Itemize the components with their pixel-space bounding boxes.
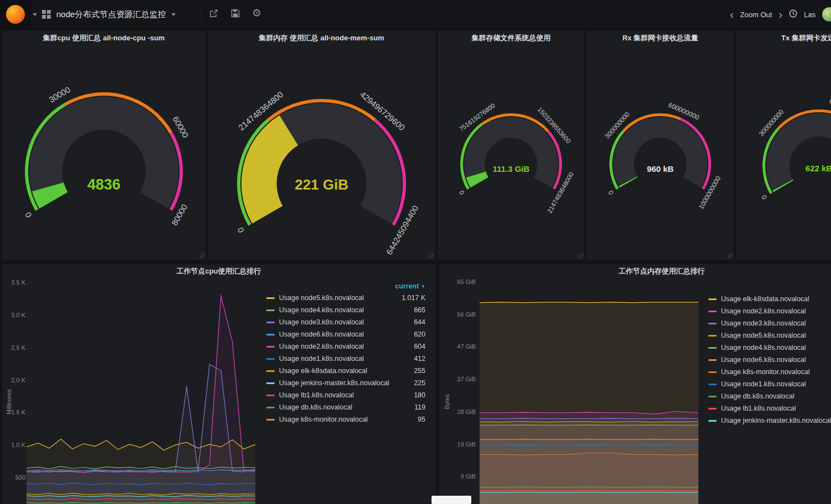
legend-item[interactable]: Usage jenkins-master.k8s.novalocal [708, 414, 831, 427]
legend-item[interactable]: Usage lb1.k8s.novalocal180 [266, 389, 425, 401]
y-axis-tick-label: 2.5 K [2, 344, 25, 351]
legend-series-name: Usage elk-k8sdata.novalocal [721, 295, 809, 303]
legend-series-name: Usage k8s-monitor.novalocal [721, 368, 810, 376]
y-axis-title: Bytes [444, 369, 450, 435]
legend-color-dash [266, 322, 275, 323]
legend-item[interactable]: Usage elk-k8sdata.novalocal255 [266, 365, 425, 377]
panel-resize-handle[interactable] [199, 253, 204, 259]
legend-item[interactable]: Usage node1.k8s.novalocal412 [266, 353, 425, 365]
legend-item[interactable]: Usage lb1.k8s.novalocal [708, 402, 831, 414]
chevron-right-icon[interactable]: › [779, 9, 782, 19]
panel-title[interactable]: 集群cpu 使用汇总 all-node-cpu -sum [2, 31, 206, 45]
legend-item[interactable]: Usage node5.k8s.novalocal1.017 K [266, 292, 425, 304]
gauge-value: 111.3 GiB [493, 164, 530, 174]
cpu-chart-canvas[interactable] [27, 279, 255, 504]
time-range-label[interactable]: Las [804, 11, 816, 19]
legend-item[interactable]: Usage node6.k8s.novalocal [708, 354, 831, 366]
panel-tx-gauge: Tx 集群网卡发送总流量 030000000060000000010000000… [736, 31, 831, 260]
legend-series-name: Usage node3.k8s.novalocal [721, 319, 806, 327]
legend-color-dash [708, 323, 717, 324]
legend-series-name: Usage node3.k8s.novalocal [279, 318, 364, 326]
grafana-logo[interactable] [6, 5, 25, 24]
panel-resize-handle[interactable] [578, 253, 583, 259]
legend-color-dash [266, 346, 275, 348]
y-axis-tick-label: 56 GiB [450, 311, 476, 318]
legend-color-dash [708, 384, 717, 385]
legend-item[interactable]: Usage node3.k8s.novalocal644 [266, 316, 425, 328]
legend-item[interactable]: Usage db.k8s.novalocal119 [266, 401, 425, 413]
legend-current-value: 95 [413, 416, 425, 423]
legend-color-dash [266, 297, 275, 299]
zoom-out-button[interactable]: Zoom Out [740, 11, 772, 19]
legend-item[interactable]: Usage node4.k8s.novalocal [708, 342, 831, 354]
panel-rx-gauge: Rx 集群网卡接收总流量 030000000060000000010000000… [587, 31, 734, 260]
legend-color-dash [266, 395, 275, 396]
chevron-left-icon[interactable]: ‹ [730, 9, 734, 19]
legend-series-name: Usage db.k8s.novalocal [721, 392, 795, 400]
legend-item[interactable]: Usage elk-k8sdata.novalocal [708, 293, 831, 305]
legend-item[interactable]: Usage k8s-monitor.novalocal95 [266, 413, 425, 426]
dashboard-picker[interactable]: node分布式节点资源汇总监控 [42, 0, 176, 29]
gauge-value: 622 kB [806, 164, 831, 173]
legend-item[interactable]: Usage node4.k8s.novalocal665 [266, 304, 425, 316]
legend-item[interactable]: Usage node5.k8s.novalocal [708, 329, 831, 342]
legend-item[interactable]: Usage node1.k8s.novalocal [708, 378, 831, 390]
storage-gauge: 0751619276800150323855360021474836480001… [438, 31, 585, 260]
legend-item[interactable]: Usage jenkins-master.k8s.novalocal225 [266, 377, 425, 389]
legend-current-value: 180 [409, 391, 425, 399]
dashboard-grid-icon [42, 10, 51, 19]
clock-icon[interactable] [789, 9, 797, 20]
legend-series-name: Usage jenkins-master.k8s.novalocal [721, 417, 831, 424]
legend-series-name: Usage db.k8s.novalocal [279, 403, 353, 411]
legend-color-dash [266, 309, 275, 311]
legend-current-value: 665 [409, 306, 425, 314]
panel-title[interactable]: 集群内存 使用汇总 all-node-mem-sum [208, 31, 435, 45]
legend-color-dash [266, 382, 275, 384]
legend-color-dash [708, 359, 717, 361]
panel-title[interactable]: Rx 集群网卡接收总流量 [587, 31, 734, 45]
legend-color-dash [266, 419, 275, 421]
legend-color-dash [708, 408, 717, 410]
panel-title[interactable]: Tx 集群网卡发送总流量 [736, 31, 831, 45]
legend-color-dash [266, 370, 275, 372]
panel-title[interactable]: 工作节点cpu使用汇总排行 [2, 264, 435, 279]
legend-item[interactable]: Usage node6.k8s.novalocal620 [266, 328, 425, 340]
legend-series-name: Usage node4.k8s.novalocal [279, 306, 364, 314]
legend-current-value: 1.017 K [397, 294, 425, 302]
legend-current-value: 412 [409, 355, 425, 363]
panel-cluster-storage-gauge: 集群存储文件系统总使用 0751619276800150323855360021… [438, 31, 585, 260]
dashboard-caret-icon [171, 13, 176, 16]
panel-resize-handle[interactable] [727, 253, 733, 259]
legend-current-value: 225 [409, 379, 425, 387]
mem-legend: Usage elk-k8sdata.novalocalUsage node2.k… [708, 293, 831, 427]
legend-color-dash [266, 334, 275, 335]
legend-sort-header[interactable]: current ▼ [266, 281, 425, 292]
legend-item[interactable]: Usage k8s-monitor.novalocal [708, 366, 831, 378]
legend-color-dash [708, 371, 717, 373]
panel-resize-handle[interactable] [429, 253, 434, 259]
legend-series-name: Usage node2.k8s.novalocal [721, 307, 806, 315]
panel-cluster-cpu-gauge: 集群cpu 使用汇总 all-node-cpu -sum 03000060000… [2, 31, 206, 260]
gauge-tick-label: 0 [607, 189, 616, 196]
gauge-tick-label: 0 [23, 211, 34, 219]
legend-current-value: 604 [409, 343, 425, 350]
rx-network-gauge: 03000000006000000001000000000960 kB [587, 31, 734, 260]
legend-item[interactable]: Usage node2.k8s.novalocal604 [266, 340, 425, 353]
legend-item[interactable]: Usage node2.k8s.novalocal [708, 305, 831, 317]
tx-network-gauge: 03000000006000000001000000000622 kB [736, 31, 831, 260]
legend-color-dash [708, 298, 717, 300]
panel-title[interactable]: 工作节点内存使用汇总排行 [439, 264, 831, 279]
legend-item[interactable]: Usage node3.k8s.novalocal [708, 317, 831, 329]
white-overlay-box [432, 496, 471, 504]
share-icon[interactable] [209, 9, 218, 20]
panel-title[interactable]: 集群存储文件系统总使用 [438, 31, 585, 45]
navbar-right-controls: ‹ Zoom Out › Las [730, 0, 831, 29]
legend-current-value: 255 [409, 367, 425, 375]
legend-color-dash [266, 407, 275, 408]
avatar[interactable] [822, 7, 831, 22]
gear-icon[interactable]: ⚙ [252, 8, 261, 19]
logo-caret-icon [33, 13, 37, 16]
legend-item[interactable]: Usage db.k8s.novalocal [708, 390, 831, 402]
save-icon[interactable] [231, 9, 240, 20]
mem-chart-canvas[interactable] [480, 279, 698, 504]
